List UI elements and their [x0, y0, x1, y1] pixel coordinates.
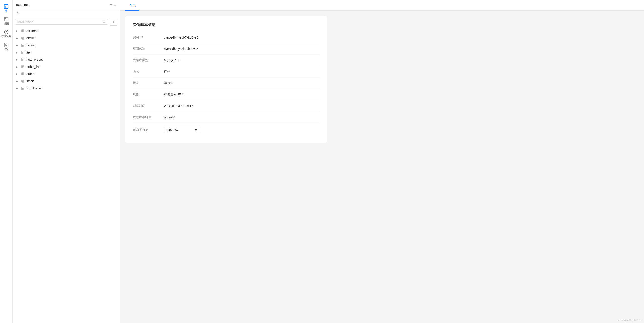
- info-value: cynosdbmysql-7xkd8vs6: [164, 47, 198, 50]
- svg-rect-27: [22, 58, 24, 61]
- right-panel: 首页 实例基本信息 实例 ID cynosdbmysql-7xkd8vs6 实例…: [120, 0, 644, 323]
- query-charset-value: utf8mb4: [166, 128, 178, 132]
- tab-home[interactable]: 首页: [126, 0, 140, 10]
- sidebar-item-table[interactable]: 表: [0, 2, 12, 14]
- info-value: 运行中: [164, 81, 174, 85]
- table-name: customer: [26, 29, 40, 33]
- info-label: 状态: [133, 81, 164, 85]
- expand-arrow-icon: ▶: [16, 44, 19, 46]
- svg-line-10: [105, 22, 106, 23]
- info-value: 存储空间 10 T: [164, 92, 184, 96]
- svg-rect-15: [22, 37, 24, 40]
- table-row[interactable]: ▶ stock: [12, 78, 120, 85]
- svg-rect-4: [4, 18, 8, 21]
- info-value: cynosdbmysql-7xkd8vs6: [164, 36, 198, 39]
- info-value: utf8mb4: [164, 116, 176, 119]
- info-label: 实例名称: [133, 47, 164, 51]
- sidebar-item-procedure[interactable]: 存储过程: [0, 27, 12, 40]
- svg-rect-0: [4, 5, 8, 8]
- expand-arrow-icon: ▶: [16, 58, 19, 61]
- table-name: stock: [26, 79, 34, 83]
- table-row[interactable]: ▶ item: [12, 49, 120, 56]
- expand-arrow-icon: ▶: [16, 73, 19, 75]
- tab-bar: 首页: [120, 0, 644, 10]
- svg-rect-23: [22, 51, 24, 54]
- instance-info-card: 实例基本信息 实例 ID cynosdbmysql-7xkd8vs6 实例名称 …: [126, 16, 327, 143]
- expand-arrow-icon: ▶: [16, 66, 19, 68]
- search-bar: +: [12, 16, 120, 27]
- table-row[interactable]: ▶ orders: [12, 70, 120, 78]
- table-grid-icon: [21, 44, 25, 47]
- table-grid-icon: [21, 86, 25, 90]
- search-input[interactable]: [17, 20, 101, 24]
- info-value: 广州: [164, 70, 170, 74]
- svg-point-9: [103, 20, 105, 22]
- svg-rect-35: [22, 72, 24, 75]
- refresh-icon[interactable]: ↻: [114, 3, 116, 6]
- table-grid-icon: [21, 36, 25, 40]
- expand-arrow-icon: ▶: [16, 37, 19, 40]
- info-value: MySQL 5.7: [164, 58, 180, 62]
- info-label: 地域: [133, 70, 164, 74]
- sidebar-function-label: 函数: [4, 48, 9, 51]
- table-name: history: [26, 44, 36, 47]
- info-label: 实例 ID: [133, 36, 164, 40]
- query-charset-select[interactable]: utf8mb4 ▼: [164, 127, 200, 133]
- table-grid-icon: [21, 72, 25, 76]
- svg-text:fx: fx: [5, 44, 7, 46]
- table-name: warehouse: [26, 86, 42, 90]
- search-icon: [103, 20, 106, 23]
- table-grid-icon: [21, 50, 25, 54]
- table-row[interactable]: ▶ district: [12, 34, 120, 42]
- svg-rect-43: [22, 87, 24, 90]
- info-row-created: 创建时间 2023-09-24 19:19:17: [133, 100, 320, 112]
- content-area: 实例基本信息 实例 ID cynosdbmysql-7xkd8vs6 实例名称 …: [120, 10, 644, 323]
- info-label: 查询字符集: [133, 128, 164, 132]
- table-grid-icon: [21, 79, 25, 83]
- table-row[interactable]: ▶ history: [12, 42, 120, 49]
- expand-arrow-icon: ▶: [16, 30, 19, 32]
- info-row-query-charset: 查询字符集 utf8mb4 ▼: [133, 123, 320, 137]
- info-row-instance-name: 实例名称 cynosdbmysql-7xkd8vs6: [133, 43, 320, 55]
- svg-rect-31: [22, 66, 24, 68]
- info-row-status: 状态 运行中: [133, 78, 320, 89]
- sidebar-item-view[interactable]: 视图: [0, 14, 12, 27]
- chevron-down-icon: ▼: [194, 128, 198, 132]
- svg-rect-11: [22, 30, 24, 32]
- table-row[interactable]: ▶ order_line: [12, 63, 120, 70]
- table-grid-icon: [21, 65, 25, 68]
- table-grid-icon: [21, 58, 25, 61]
- table-row[interactable]: ▶ new_orders: [12, 56, 120, 63]
- instance-info-title: 实例基本信息: [133, 22, 320, 27]
- info-label: 数据库字符集: [133, 115, 164, 120]
- left-panel: tpcc_test ▾ ↻ 表 + ▶: [12, 0, 120, 323]
- table-row[interactable]: ▶ customer: [12, 27, 120, 34]
- table-row[interactable]: ▶ warehouse: [12, 85, 120, 92]
- table-name: orders: [26, 72, 36, 76]
- table-name: order_line: [26, 65, 40, 68]
- info-value: 2023-09-24 19:19:17: [164, 104, 193, 108]
- svg-rect-39: [22, 80, 24, 82]
- expand-arrow-icon: ▶: [16, 87, 19, 90]
- expand-arrow-icon: ▶: [16, 80, 19, 82]
- sidebar-procedure-label: 存储过程: [1, 35, 11, 38]
- table-list: ▶ customer ▶ distric: [12, 27, 120, 323]
- add-table-button[interactable]: +: [110, 18, 117, 26]
- icon-sidebar: 表 视图 存储过程 fx 函数: [0, 0, 12, 323]
- sidebar-item-function[interactable]: fx 函数: [0, 40, 12, 53]
- dropdown-icon[interactable]: ▾: [110, 3, 112, 6]
- svg-rect-19: [22, 44, 24, 46]
- expand-arrow-icon: ▶: [16, 51, 19, 54]
- info-row-charset: 数据库字符集 utf8mb4: [133, 112, 320, 123]
- info-label: 创建时间: [133, 104, 164, 108]
- info-row-instance-id: 实例 ID cynosdbmysql-7xkd8vs6: [133, 32, 320, 43]
- info-label: 规格: [133, 92, 164, 96]
- db-title: tpcc_test: [16, 3, 108, 6]
- db-header: tpcc_test ▾ ↻: [12, 0, 120, 10]
- table-name: new_orders: [26, 58, 43, 61]
- table-grid-icon: [21, 29, 25, 33]
- info-row-db-type: 数据库类型 MySQL 5.7: [133, 55, 320, 66]
- info-row-region: 地域 广州: [133, 66, 320, 78]
- info-label: 数据库类型: [133, 58, 164, 62]
- search-input-wrap[interactable]: [15, 19, 108, 25]
